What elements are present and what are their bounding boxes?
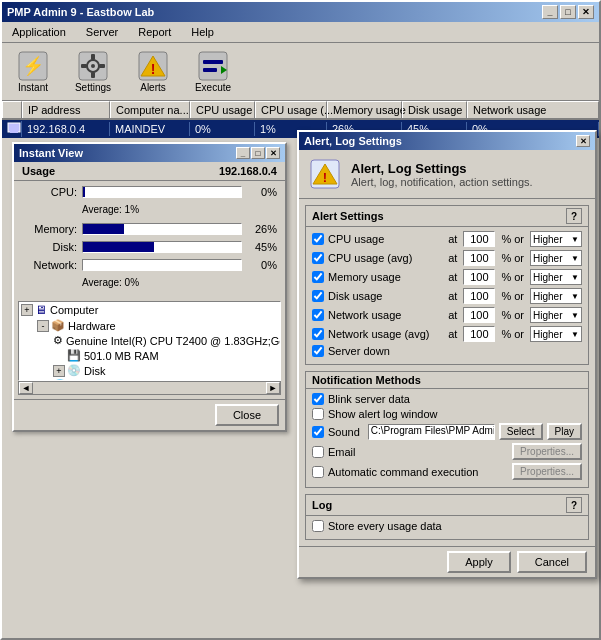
maximize-button[interactable]: □	[560, 5, 576, 19]
iv-cpu-bar	[83, 187, 85, 197]
svg-text:!: !	[151, 61, 156, 77]
notif-email-check[interactable]	[312, 446, 324, 458]
alert-dropdown-cpu-avg[interactable]: Higher ▼	[530, 250, 582, 266]
sound-select-button[interactable]: Select	[499, 423, 543, 440]
computer-icon: 🖥	[35, 303, 47, 317]
iv-cpu-row: CPU: 0%	[22, 186, 277, 198]
iv-close-button[interactable]: Close	[215, 404, 279, 426]
iv-network-label: Network:	[22, 259, 77, 271]
sound-path-input[interactable]: C:\Program Files\PMP Admin\Wake	[368, 424, 495, 440]
email-properties-button[interactable]: Properties...	[512, 443, 582, 460]
alert-check-memory[interactable]	[312, 271, 324, 283]
alert-input-network[interactable]	[463, 307, 495, 323]
alert-close-button[interactable]: ✕	[576, 135, 590, 147]
alert-dropdown-network[interactable]: Higher ▼	[530, 307, 582, 323]
alert-dropdown-cpu[interactable]: Higher ▼	[530, 231, 582, 247]
log-help-button[interactable]: ?	[566, 497, 582, 513]
alert-dropdown-network-avg[interactable]: Higher ▼	[530, 326, 582, 342]
alert-input-network-avg[interactable]	[463, 326, 495, 342]
notif-alert-log-check[interactable]	[312, 408, 324, 420]
tree-item-disk[interactable]: + 💿 Disk	[51, 363, 280, 378]
menu-application[interactable]: Application	[7, 24, 71, 40]
svg-text:!: !	[323, 170, 327, 185]
instant-view-title-bar: Instant View _ □ ✕	[14, 144, 285, 162]
alert-check-disk[interactable]	[312, 290, 324, 302]
iv-memory-bar	[83, 224, 124, 234]
iv-network-bar-container	[82, 259, 242, 271]
col-header-memory[interactable]: Memory usage	[327, 101, 402, 118]
menu-server[interactable]: Server	[81, 24, 123, 40]
col-header-cpu[interactable]: CPU usage	[190, 101, 255, 118]
dropdown-arrow-cpu-avg: ▼	[571, 254, 579, 263]
alert-cancel-button[interactable]: Cancel	[517, 551, 587, 573]
row-ip: 192.168.0.4	[22, 122, 110, 136]
tree-expand-disk[interactable]: +	[53, 365, 65, 377]
alert-title-bar: Alert, Log Settings ✕	[299, 132, 595, 150]
auto-cmd-properties-button[interactable]: Properties...	[512, 463, 582, 480]
col-header-cpu-avg[interactable]: CPU usage (...	[255, 101, 327, 118]
log-store-check[interactable]	[312, 520, 324, 532]
tree-item-cpu[interactable]: ⚙ Genuine Intel(R) CPU T2400 @ 1.83GHz;G…	[51, 333, 280, 348]
tree-item-hardware[interactable]: - 📦 Hardware	[35, 318, 280, 333]
row-cpu: 0%	[190, 122, 255, 136]
iv-close-button[interactable]: ✕	[266, 147, 280, 159]
tree-item-computer[interactable]: + 🖥 Computer	[19, 302, 280, 318]
tree-item-ram[interactable]: 💾 501.0 MB RAM	[51, 348, 280, 363]
alert-row-network-avg: Network usage (avg) at % or Higher ▼	[312, 326, 582, 342]
hardware-icon: 📦	[51, 319, 65, 332]
alert-check-server-down[interactable]	[312, 345, 324, 357]
sound-play-button[interactable]: Play	[547, 423, 582, 440]
log-content: Store every usage data	[306, 516, 588, 539]
toolbar-execute-button[interactable]: Execute	[187, 47, 239, 96]
menu-help[interactable]: Help	[186, 24, 219, 40]
notification-label: Notification Methods	[312, 374, 421, 386]
log-header: Log ?	[306, 495, 588, 516]
notification-content: Blink server data Show alert log window …	[306, 389, 588, 487]
col-header-ip[interactable]: IP address	[22, 101, 110, 118]
alert-dropdown-cpu-value: Higher	[533, 234, 562, 245]
notif-sound-label: Sound	[328, 426, 360, 438]
tree-h-scrollbar[interactable]: ◄ ►	[18, 381, 281, 395]
notif-sound-row: Sound C:\Program Files\PMP Admin\Wake Se…	[312, 423, 582, 440]
close-button[interactable]: ✕	[578, 5, 594, 19]
notif-auto-cmd-check[interactable]	[312, 466, 324, 478]
notif-blink-check[interactable]	[312, 393, 324, 405]
notif-sound-check[interactable]	[312, 426, 324, 438]
instant-view-content: CPU: 0% Average: 1% Memory: 26% Disk:	[14, 181, 285, 301]
tree-expand-hardware[interactable]: -	[37, 320, 49, 332]
menu-report[interactable]: Report	[133, 24, 176, 40]
toolbar-instant-button[interactable]: ⚡ Instant	[7, 47, 59, 96]
alert-input-disk[interactable]	[463, 288, 495, 304]
col-header-network[interactable]: Network usage	[467, 101, 599, 118]
title-bar-buttons: _ □ ✕	[542, 5, 594, 19]
alert-at-cpu-avg: at	[448, 252, 457, 264]
alert-apply-button[interactable]: Apply	[447, 551, 511, 573]
iv-tree[interactable]: + 🖥 Computer - 📦 Hardware ⚙ Genuine Inte…	[18, 301, 281, 381]
iv-maximize-button[interactable]: □	[251, 147, 265, 159]
alert-input-cpu[interactable]	[463, 231, 495, 247]
alert-check-cpu[interactable]	[312, 233, 324, 245]
alert-dropdown-disk[interactable]: Higher ▼	[530, 288, 582, 304]
alert-dropdown-memory-value: Higher	[533, 272, 562, 283]
toolbar-settings-label: Settings	[75, 82, 111, 93]
alert-row-server-down: Server down	[312, 345, 582, 357]
alert-row-network: Network usage at % or Higher ▼	[312, 307, 582, 323]
toolbar-settings-button[interactable]: Settings	[67, 47, 119, 96]
scroll-right-btn[interactable]: ►	[266, 382, 280, 394]
minimize-button[interactable]: _	[542, 5, 558, 19]
alert-check-network[interactable]	[312, 309, 324, 321]
alert-dropdown-memory[interactable]: Higher ▼	[530, 269, 582, 285]
ram-icon: 💾	[67, 349, 81, 362]
tree-expand-computer[interactable]: +	[21, 304, 33, 316]
alert-settings-help-button[interactable]: ?	[566, 208, 582, 224]
alert-check-network-avg[interactable]	[312, 328, 324, 340]
alert-check-cpu-avg[interactable]	[312, 252, 324, 264]
toolbar-instant-label: Instant	[18, 82, 48, 93]
col-header-disk[interactable]: Disk usage	[402, 101, 467, 118]
iv-minimize-button[interactable]: _	[236, 147, 250, 159]
alert-input-cpu-avg[interactable]	[463, 250, 495, 266]
col-header-computer[interactable]: Computer na...	[110, 101, 190, 118]
alert-input-memory[interactable]	[463, 269, 495, 285]
scroll-left-btn[interactable]: ◄	[19, 382, 33, 394]
toolbar-alerts-button[interactable]: ! Alerts	[127, 47, 179, 96]
